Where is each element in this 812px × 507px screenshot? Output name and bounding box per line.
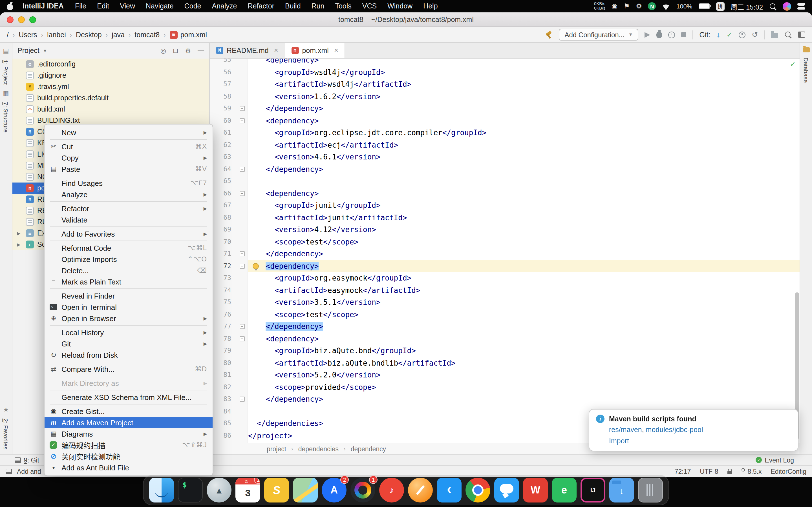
menu-item-generate-xsd-schema-from-xml-file[interactable]: Generate XSD Schema from XML File...: [45, 392, 213, 403]
dock-maps-icon[interactable]: [293, 478, 318, 503]
dock-app-store-icon[interactable]: A2: [322, 478, 347, 503]
menu-item-reload-from-disk[interactable]: ↻Reload from Disk: [45, 349, 213, 360]
menubar-menu-vcs[interactable]: VCS: [362, 2, 377, 10]
menu-item-open-in-browser[interactable]: ⊕Open in Browser▶: [45, 313, 213, 324]
menubar-menu-file[interactable]: File: [75, 2, 86, 10]
dock-trash-icon[interactable]: [638, 478, 663, 503]
editor[interactable]: 55 <dependency>56 <groupId>wsdl4j</group…: [210, 59, 800, 443]
menu-item-open-in-terminal[interactable]: >_Open in Terminal: [45, 301, 213, 313]
code-line-80[interactable]: 80 <artifactId>biz.aQute.bndlib</artifac…: [210, 357, 800, 369]
menu-item-reveal-in-finder[interactable]: Reveal in Finder: [45, 290, 213, 301]
menu-item-analyze[interactable]: Analyze▶: [45, 189, 213, 200]
code-line-64[interactable]: 64− </dependency>: [210, 163, 800, 175]
event-log-button[interactable]: ✓ Event Log: [756, 457, 794, 463]
tab-pom-xml[interactable]: mpom.xml✕: [285, 43, 345, 58]
run-button[interactable]: [645, 32, 650, 38]
menu-item-validate[interactable]: Validate: [45, 214, 213, 225]
menubar-menu-run[interactable]: Run: [312, 2, 324, 10]
menubar-menu-view[interactable]: View: [120, 2, 135, 10]
dock-wps-icon[interactable]: W: [523, 478, 548, 503]
chevron-right-icon[interactable]: ▶: [17, 242, 20, 247]
chevron-down-icon[interactable]: ▼: [43, 48, 47, 53]
tree-item-build-properties-default[interactable]: build.properties.default: [12, 93, 209, 104]
git-update-button[interactable]: ↓: [716, 31, 720, 39]
menu-item-mark-directory-as[interactable]: Mark Directory as▶: [45, 378, 213, 389]
toolwindow-button-project[interactable]: 1: Project: [3, 60, 9, 85]
menu-item-item-36[interactable]: ✓编码规约扫描⌥⇧⌘J: [45, 439, 213, 451]
fold-icon[interactable]: −: [239, 191, 245, 196]
intention-bulb-icon[interactable]: [253, 263, 259, 269]
tab-close-icon[interactable]: ✕: [274, 47, 278, 54]
menu-item-new[interactable]: New▶: [45, 127, 213, 138]
fold-icon[interactable]: −: [239, 397, 245, 402]
fold-icon[interactable]: −: [239, 106, 245, 111]
status-message[interactable]: Add and: [17, 468, 41, 475]
toolwindow-button-database[interactable]: Database: [803, 57, 809, 83]
fold-icon[interactable]: −: [239, 167, 245, 172]
code-line-59[interactable]: 59− </dependency>: [210, 103, 800, 115]
menubar-clock[interactable]: 周三 15:02: [730, 1, 763, 11]
input-source-icon[interactable]: 拼: [716, 2, 724, 10]
notification-import-action[interactable]: Import: [609, 437, 791, 445]
breadcrumb-item-java[interactable]: java: [112, 31, 124, 39]
breadcrumb-item-desktop[interactable]: Desktop: [76, 31, 102, 39]
code-line-62[interactable]: 62 <artifactId>ecj</artifactId>: [210, 139, 800, 151]
fold-icon[interactable]: −: [239, 251, 245, 257]
git-branch-widget[interactable]: 8.5.x: [741, 468, 762, 475]
debug-button[interactable]: [656, 31, 662, 38]
history-button[interactable]: [739, 31, 746, 38]
menu-item-cut[interactable]: ✂Cut⌘X: [45, 141, 213, 152]
menubar-menu-analyze[interactable]: Analyze: [212, 2, 237, 10]
chevron-right-icon[interactable]: ▶: [17, 231, 20, 236]
menubar-menu-help[interactable]: Help: [423, 2, 438, 10]
code-line-79[interactable]: 79 <groupId>biz.aQute.bnd</groupId>: [210, 345, 800, 357]
tab-readme-md[interactable]: MREADME.md✕: [210, 43, 285, 58]
code-line-57[interactable]: 57 <artifactId>wsdl4j</artifactId>: [210, 78, 800, 91]
menubar-status-icon-2[interactable]: ⚑: [624, 2, 630, 10]
menu-item-refactor[interactable]: Refactor▶: [45, 203, 213, 214]
menu-item-optimize-imports[interactable]: Optimize Imports⌃⌥O: [45, 253, 213, 265]
code-line-70[interactable]: 70 <scope>test</scope>: [210, 236, 800, 248]
breadcrumb-item-lanbei[interactable]: lanbei: [47, 31, 66, 39]
battery-icon[interactable]: [698, 3, 710, 9]
file-encoding-widget[interactable]: UTF-8: [700, 468, 718, 475]
git-commit-button[interactable]: ✓: [726, 31, 732, 39]
editor-breadcrumb-project[interactable]: project: [267, 445, 286, 452]
breadcrumb-item-pom-xml[interactable]: mpom.xml: [170, 31, 207, 39]
caret-position-widget[interactable]: 72:17: [675, 468, 691, 475]
code-line-74[interactable]: 74 <artifactId>easymock</artifactId>: [210, 284, 800, 296]
breadcrumb-item-users[interactable]: Users: [18, 31, 37, 39]
code-line-71[interactable]: 71− </dependency>: [210, 248, 800, 260]
editor-breadcrumb-dependencies[interactable]: dependencies: [298, 445, 339, 452]
code-line-83[interactable]: 83− </dependency>: [210, 393, 800, 405]
menu-item-paste[interactable]: ▤Paste⌘V: [45, 163, 213, 175]
dock-chrome-icon[interactable]: [465, 478, 490, 503]
hammer-icon[interactable]: [545, 31, 553, 39]
dock-s-app-icon[interactable]: S: [264, 478, 289, 503]
code-line-56[interactable]: 56 <groupId>wsdl4j</groupId>: [210, 66, 800, 78]
menubar-menu-window[interactable]: Window: [388, 2, 412, 10]
code-line-55[interactable]: 55 <dependency>: [210, 59, 800, 66]
code-line-75[interactable]: 75 <version>3.5.1</version>: [210, 296, 800, 308]
dock-launchpad-icon[interactable]: ▲: [207, 478, 232, 503]
breadcrumb-item-tomcat8[interactable]: tomcat8: [135, 31, 160, 39]
editor-breadcrumb-dependency[interactable]: dependency: [351, 445, 386, 452]
code-line-65[interactable]: 65: [210, 175, 800, 187]
code-line-60[interactable]: 60− <dependency>: [210, 115, 800, 127]
dock-intellij-idea-icon[interactable]: IJ: [580, 478, 605, 503]
locate-file-icon[interactable]: ◎: [160, 47, 166, 55]
menubar-menu-navigate[interactable]: Navigate: [146, 2, 174, 10]
code-line-68[interactable]: 68 <artifactId>junit</artifactId>: [210, 212, 800, 224]
code-line-73[interactable]: 73 <groupId>org.easymock</groupId>: [210, 272, 800, 284]
dock-pen-app-icon[interactable]: [408, 478, 433, 503]
menubar-app-name[interactable]: IntelliJ IDEA: [22, 2, 64, 10]
code-line-78[interactable]: 78− <dependency>: [210, 333, 800, 345]
menu-item-add-as-ant-build-file[interactable]: ●Add as Ant Build File: [45, 462, 213, 473]
menubar-status-icon-3[interactable]: ⚙: [636, 2, 642, 10]
menubar-menu-tools[interactable]: Tools: [335, 2, 351, 10]
menu-item-copy[interactable]: Copy▶: [45, 152, 213, 163]
fold-icon[interactable]: −: [239, 336, 245, 341]
code-line-66[interactable]: 66− <dependency>: [210, 187, 800, 200]
code-line-69[interactable]: 69 <version>4.12</version>: [210, 224, 800, 236]
code-line-61[interactable]: 61 <groupId>org.eclipse.jdt.core.compile…: [210, 127, 800, 139]
